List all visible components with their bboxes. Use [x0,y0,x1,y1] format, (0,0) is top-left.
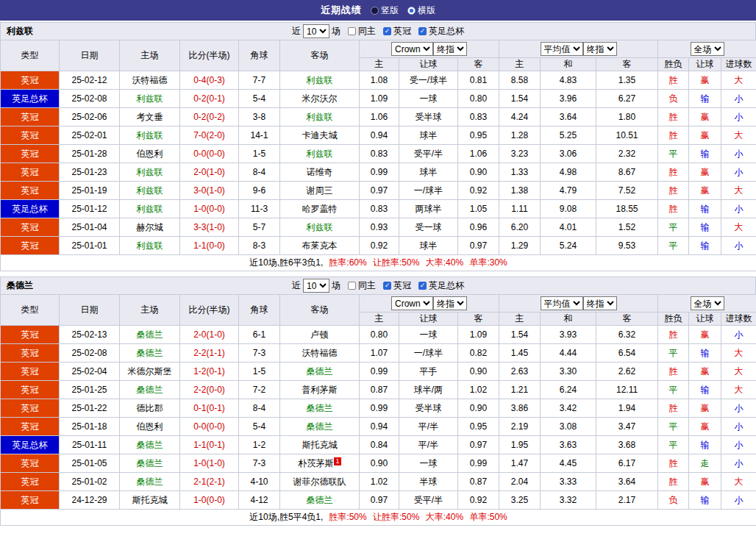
league-checkbox[interactable]: 英冠 [383,279,411,292]
asia-away-odds: 0.90 [458,163,499,182]
near-label: 近 [292,279,301,292]
same-home-checkbox[interactable]: 同主 [348,25,376,38]
final-odds-select[interactable]: 终指 [433,296,467,310]
euro-final-odds-select[interactable]: 终指 [583,296,617,310]
away-team-link[interactable]: 普利茅斯 [302,385,338,395]
euro-home-odds: 1.29 [499,237,541,255]
match-score: 0-2(0-2) [180,108,239,126]
away-team-link[interactable]: 布莱克本 [302,240,338,251]
match-scope-select[interactable]: 全场 [691,42,724,56]
home-team-link[interactable]: 沃特福德 [132,75,168,85]
table-row: 英冠25-01-18伯恩利0-0(0-0)5-4桑德兰0.94平/半0.952.… [1,418,756,436]
same-home-checkbox[interactable]: 同主 [348,279,376,292]
match-count-select[interactable]: 10 [303,279,329,293]
home-team-link[interactable]: 利兹联 [137,167,163,177]
asia-away-odds: 0.87 [458,473,499,491]
match-date: 25-01-22 [60,399,120,418]
home-team-link[interactable]: 考文垂 [137,112,163,122]
away-team: 利兹联 [280,218,360,237]
away-team-link[interactable]: 斯托克城 [302,440,338,450]
away-team: 桑德兰 [280,418,360,436]
away-team-link[interactable]: 米尔沃尔 [302,93,338,104]
home-team-link[interactable]: 斯托克城 [132,495,168,505]
asia-odds-header: Crown终指 [360,295,499,313]
away-team-link[interactable]: 卢顿 [311,329,329,340]
euro-away-odds: 6.32 [596,326,658,344]
home-team: 利兹联 [120,126,180,145]
home-team-link[interactable]: 利兹联 [137,204,163,214]
home-team-link[interactable]: 米德尔斯堡 [128,366,172,376]
home-team-link[interactable]: 利兹联 [137,240,163,251]
asia-away-odds: 0.95 [458,126,499,145]
asia-away-odds: 0.90 [458,399,499,418]
asia-away-odds: 0.83 [458,108,499,126]
away-team-link[interactable]: 卡迪夫城 [302,130,338,140]
home-team-link[interactable]: 桑德兰 [137,329,163,340]
average-odds-select[interactable]: 平均值 [541,296,583,310]
facup-checkbox[interactable]: 英足总杯 [418,25,464,38]
home-team-link[interactable]: 伯恩利 [137,421,163,432]
away-team-link[interactable]: 诺维奇 [307,167,333,177]
home-team-link[interactable]: 桑德兰 [137,385,163,395]
away-team: 利兹联 [280,145,360,163]
table-row: 英冠25-01-05桑德兰1-0(1-0)7-3朴茨茅斯10.90一球0.991… [1,454,756,473]
away-team-link[interactable]: 利兹联 [307,222,333,232]
euro-home-odds: 3.23 [499,145,541,163]
layout-vertical-radio[interactable]: 竖版 [371,4,399,17]
team-name[interactable]: 桑德兰 [7,279,33,292]
corner-score: 11-3 [239,200,280,218]
home-team-link[interactable]: 利兹联 [137,93,163,104]
home-team-link[interactable]: 桑德兰 [137,440,163,450]
home-team-link[interactable]: 伯恩利 [137,149,163,159]
away-team-link[interactable]: 沃特福德 [302,348,338,358]
euro-final-odds-select[interactable]: 终指 [583,42,617,56]
away-team-link[interactable]: 桑德兰 [307,421,333,432]
euro-draw-odds: 3.93 [541,326,596,344]
table-row: 英冠24-12-29斯托克城1-0(0-0)4-12桑德兰0.97受平/半0.9… [1,491,756,510]
home-team-link[interactable]: 桑德兰 [137,458,163,468]
away-team-link[interactable]: 桑德兰 [307,403,333,413]
home-team: 利兹联 [120,200,180,218]
asia-handicap: 一球 [399,326,458,344]
euro-home-odds: 2.63 [499,363,541,381]
league-checkbox[interactable]: 英冠 [383,25,411,38]
column-header: 类型 [1,40,60,71]
euro-away-odds: 2.32 [596,145,658,163]
home-team-link[interactable]: 德比郡 [137,403,163,413]
away-team-link[interactable]: 朴茨茅斯 [298,458,333,468]
home-team-link[interactable]: 桑德兰 [137,476,163,487]
near-label: 近 [292,25,301,38]
bookmaker-select[interactable]: Crown [391,296,433,310]
match-scope-select[interactable]: 全场 [691,296,724,310]
euro-draw-odds: 5.24 [541,237,596,255]
home-team-link[interactable]: 赫尔城 [137,222,163,232]
result-handicap-bet: 输 [689,344,721,363]
away-team-link[interactable]: 桑德兰 [307,366,333,376]
away-team-link[interactable]: 哈罗盖特 [302,204,338,214]
away-team-link[interactable]: 谢菲尔德联队 [293,476,346,487]
away-team-link[interactable]: 谢周三 [307,185,333,196]
final-odds-select[interactable]: 终指 [433,42,467,56]
away-team-link[interactable]: 桑德兰 [307,495,333,505]
asia-away-odds: 0.92 [458,491,499,510]
sub-column-header: 胜负 [658,58,689,71]
home-team-link[interactable]: 桑德兰 [137,348,163,358]
match-score: 2-2(1-1) [180,344,239,363]
team-name[interactable]: 利兹联 [7,25,33,38]
away-team-link[interactable]: 利兹联 [307,149,333,159]
away-team-link[interactable]: 利兹联 [307,112,333,122]
result-outcome: 平 [658,237,689,255]
bookmaker-select[interactable]: Crown [391,42,433,56]
home-team-link[interactable]: 利兹联 [137,185,163,196]
away-team-link[interactable]: 利兹联 [307,75,333,85]
average-odds-select[interactable]: 平均值 [541,42,583,56]
asia-handicap: 一球 [399,454,458,473]
home-team-link[interactable]: 利兹联 [137,130,163,140]
corner-score: 5-4 [239,90,280,108]
facup-checkbox[interactable]: 英足总杯 [418,279,464,292]
asia-home-odds: 1.08 [360,71,399,90]
asia-handicap: 受一球 [399,218,458,237]
layout-horizontal-radio[interactable]: 横版 [407,4,435,17]
match-count-select[interactable]: 10 [303,24,329,38]
euro-draw-odds: 4.01 [541,218,596,237]
